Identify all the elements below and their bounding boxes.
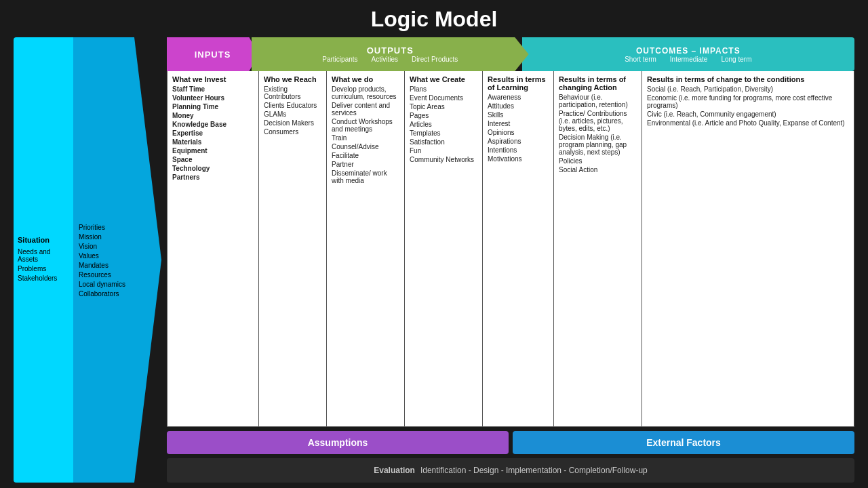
col-item: Expertise [172,129,254,137]
outcomes-sub-0: Short term [625,56,656,63]
col-intermediate: Results in terms of changing Action Beha… [554,71,642,426]
outcomes-sub-1: Intermediate [670,56,708,63]
inputs-col-header: What we Invest [172,75,254,83]
col-item: Decision Makers [264,119,321,127]
arrow-label: Mission [79,232,125,240]
col-who: Who we Reach Existing Contributors Clien… [259,71,327,426]
outputs-subs: Participants Activities Direct Products [322,56,458,63]
col-item: Environmental (i.e. Article and Photo Qu… [647,119,849,127]
col-item: Money [172,112,254,119]
col-item: Social (i.e. Reach, Participation, Diver… [647,85,849,93]
inputs-label: INPUTS [195,49,231,60]
col-item: Motivations [488,155,549,163]
arrow-label: Local dynamics [79,280,125,287]
situation-area: Situation Needs and Assets Problems Stak… [14,37,163,483]
col-item: Partner [332,161,399,168]
col-item: Fun [410,147,477,155]
col-item: Civic (i.e. Reach, Community engagement) [647,110,849,118]
evaluation-steps: Identification - Design - Implementation… [420,466,648,475]
col-item: Technology [172,165,254,172]
col-item: Deliver content and services [332,102,399,117]
situation-item: Stakeholders [18,274,69,282]
col-item: Interest [488,120,549,127]
arrow-label: Resources [79,270,125,278]
assumptions-bar: Assumptions [167,431,509,454]
col-item: Equipment [172,147,254,155]
inter-col-header: Results in terms of changing Action [559,75,637,92]
evaluation-label: Evaluation [374,466,415,475]
data-row: What we Invest Staff Time Volunteer Hour… [167,71,854,427]
col-item: Awareness [488,94,549,101]
header-row: INPUTS OUTPUTS Participants Activities D… [167,37,854,71]
col-item: Knowledge Base [172,121,254,128]
col-item: Templates [410,129,477,137]
create-col-header: What we Create [410,75,477,83]
col-item: Intentions [488,146,549,154]
header-inputs: INPUTS [167,37,258,71]
col-item: Conduct Workshops and meetings [332,118,399,133]
arrow-label: Mandates [79,261,125,268]
situation-item: Needs and Assets [18,248,69,263]
col-item: Topic Areas [410,103,477,110]
arrow-label: Collaborators [79,289,125,297]
what-do-col-header: What we do [332,75,399,83]
col-item: Articles [410,121,477,128]
col-item: Policies [559,157,637,165]
evaluation-bar: Evaluation Identification - Design - Imp… [167,458,854,483]
col-item: Opinions [488,129,549,136]
big-arrow: Priorities Mission Vision Values Mandate… [73,37,163,483]
col-item: Train [332,134,399,142]
col-item: Practice/ Contributions (i.e. articles, … [559,110,637,132]
col-item: Community Networks [410,156,477,163]
outcomes-title: OUTCOMES – IMPACTS [636,46,741,56]
col-item: Develop products, curriculum, resources [332,85,399,100]
header-outcomes: OUTCOMES – IMPACTS Short term Intermedia… [522,37,854,71]
page-title: Logic Model [14,7,854,32]
outputs-title: OUTPUTS [367,45,414,56]
col-short: Results in terms of Learning Awareness A… [483,71,554,426]
col-create: What we Create Plans Event Documents Top… [405,71,483,426]
col-item: Economic (i.e. more funding for programs… [647,94,849,109]
col-item: Facilitate [332,152,399,159]
arrow-label: Priorities [79,223,125,230]
outcomes-sub-2: Long term [721,56,751,63]
col-item: Staff Time [172,85,254,93]
col-item: Decision Making (i.e. program planning, … [559,134,637,156]
col-item: Materials [172,138,254,146]
external-label: External Factors [646,437,721,448]
col-item: GLAMs [264,110,321,118]
col-item: Event Documents [410,94,477,102]
col-item: Partners [172,174,254,181]
arrow-label: Values [79,251,125,259]
col-item: Behaviour (i.e. participation, retention… [559,94,637,108]
col-item: Aspirations [488,138,549,145]
outputs-sub-0: Participants [322,56,357,63]
external-factors-bar: External Factors [513,431,854,454]
col-inputs: What we Invest Staff Time Volunteer Hour… [167,71,259,426]
col-item: Counsel/Advise [332,143,399,150]
col-item: Planning Time [172,103,254,110]
assumptions-label: Assumptions [308,437,368,448]
col-item: Pages [410,112,477,119]
situation-item: Problems [18,265,69,272]
long-col-header: Results in terms of change to the condit… [647,75,849,83]
outcomes-subs: Short term Intermediate Long term [625,56,751,63]
arrow-label: Vision [79,242,125,249]
col-item: Attitudes [488,102,549,110]
col-long: Results in terms of change to the condit… [642,71,854,426]
situation-box: Situation Needs and Assets Problems Stak… [14,37,73,483]
col-item: Skills [488,111,549,119]
col-item: Space [172,156,254,163]
col-item: Volunteer Hours [172,94,254,102]
col-what-do: What we do Develop products, curriculum,… [327,71,405,426]
col-item: Existing Contributors [264,85,321,100]
col-item: Consumers [264,128,321,136]
col-item: Clients Educators [264,102,321,109]
header-outputs: OUTPUTS Participants Activities Direct P… [252,37,529,71]
outputs-sub-1: Activities [372,56,398,63]
col-item: Social Action [559,166,637,174]
who-col-header: Who we Reach [264,75,321,83]
short-col-header: Results in terms of Learning [488,75,549,92]
bottom-section: Assumptions External Factors [167,431,854,454]
col-item: Satisfaction [410,138,477,146]
